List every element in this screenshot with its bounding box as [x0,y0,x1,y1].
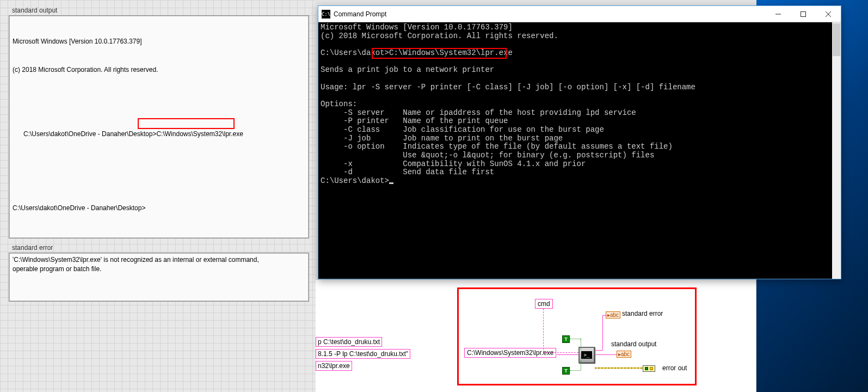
standard-output-wire-label: standard output [611,340,656,348]
minimize-icon [775,11,781,17]
wire [570,339,581,339]
wire [595,354,617,355]
string-constant: p C:\test\do_druku.txt [316,337,382,347]
error-out-wire-label: error out [662,364,687,372]
standard-error-label: standard error [9,243,309,253]
cmd-line: Options: [321,100,357,108]
cmd-line: -d Send data file first [321,168,494,176]
string-constant-cmd: cmd [535,299,553,309]
standard-output-label: standard output [9,5,309,15]
standard-error-text[interactable]: 'C:\Windows\System32\lpr.exe' is not rec… [9,253,309,302]
scrollbar-thumb[interactable] [833,23,840,56]
stdout-prompt-prefix: C:\Users\dakot\OneDrive - Danaher\Deskto… [23,130,156,138]
wire [543,309,544,352]
stdout-prompt-1: C:\Users\dakot\OneDrive - Danaher\Deskto… [13,120,305,158]
cmd-line: -o option Indicates type of the file (by… [321,142,673,151]
svg-rect-1 [801,11,806,16]
command-prompt-body[interactable]: Microsoft Windows [Version 10.0.17763.37… [318,22,841,279]
wire [595,350,602,351]
cmd-prompt-2: C:\Users\dakot> [321,176,389,185]
cmd-prompt-prefix: C:\Users\dako [321,48,380,57]
standard-error-panel: standard error 'C:\Windows\System32\lpr.… [9,243,309,302]
command-prompt-titlebar[interactable]: C:\ Command Prompt [318,6,841,22]
scrollbar[interactable] [832,22,841,279]
cmd-prompt-boxed: t>C:\Windows\System32\lpr.exe [380,48,513,57]
string-indicator-terminal: ▸abc [606,311,620,318]
cmd-line: -x Compatibility with SunOS 4.1.x and pr… [321,160,586,168]
error-wire [595,367,643,369]
cmd-line: (c) 2018 Microsoft Corporation. All righ… [321,32,558,40]
cmd-line: Sends a print job to a network printer [321,65,494,74]
labview-block-diagram: cmd C:\Windows\System32\lpr.exe T T >_ ▸… [457,287,697,385]
string-constant: 8.1.5 -P lp C:\test\do_druku.txt" [316,349,410,359]
wire [543,352,578,353]
stdout-line: Microsoft Windows [Version 10.0.17763.37… [13,37,305,46]
maximize-icon [801,11,806,17]
wire [602,315,607,316]
string-indicator-terminal: ▸abc [617,351,631,358]
cmd-line: -S server Name or ipaddress of the host … [321,108,636,117]
cmd-line: Use &quot;-o l&quot; for binary (e.g. po… [321,151,654,160]
stdout-prompt-cmd: C:\Windows\System32\lpr.exe [156,130,243,138]
standard-error-wire-label: standard error [622,310,663,317]
command-prompt-window[interactable]: C:\ Command Prompt Microsoft Windows [Ve… [318,5,841,279]
wire [557,354,578,355]
cmd-line: Usage: lpr -S server -P printer [-C clas… [321,83,695,91]
stdout-prompt-2: C:\Users\dakot\OneDrive - Danaher\Deskto… [13,204,305,213]
string-constant: n32\lpr.exe [316,361,352,371]
cmd-line: -P printer Name of the print queue [321,117,508,125]
boolean-true-constant: T [562,335,570,343]
minimize-button[interactable] [766,6,791,22]
string-constant-snippets: p C:\test\do_druku.txt 8.1.5 -P lp C:\te… [316,337,410,373]
string-constant-path: C:\Windows\System32\lpr.exe [464,348,556,358]
cmd-line: -J job Job name to print on the burst pa… [321,134,563,143]
stdout-line: (c) 2018 Microsoft Corporation. All righ… [13,65,305,75]
close-icon [826,11,831,17]
wire [581,360,581,370]
wire [581,339,581,350]
wire [602,315,603,350]
cmd-icon: C:\ [322,10,330,19]
boolean-true-constant: T [562,367,570,375]
error-out-terminal [643,365,655,372]
terminal-icon: >_ [581,351,592,359]
red-highlight-box [138,118,235,129]
cmd-line: -C class Job classification for use on t… [321,125,604,134]
cursor-icon [389,182,393,184]
command-prompt-title-text: Command Prompt [334,10,386,18]
maximize-button[interactable] [791,6,816,22]
wire [570,370,581,371]
standard-output-text[interactable]: Microsoft Windows [Version 10.0.17763.37… [9,15,309,238]
cmd-line: Microsoft Windows [Version 10.0.17763.37… [321,23,513,32]
standard-output-panel: standard output Microsoft Windows [Versi… [9,5,309,238]
close-button[interactable] [816,6,841,22]
